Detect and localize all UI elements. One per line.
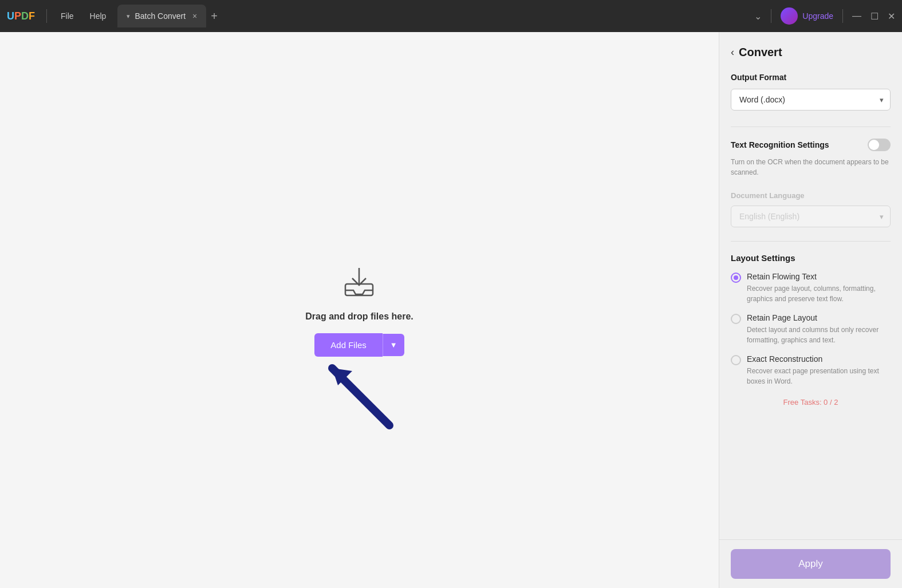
ocr-title: Text Recognition Settings <box>731 140 829 149</box>
divider-3 <box>842 9 843 23</box>
toggle-knob <box>869 140 879 150</box>
tab-title: Batch Convert <box>135 11 186 21</box>
divider-1 <box>46 9 47 23</box>
right-panel: ‹ Convert Output Format Word (.docx) Exc… <box>719 32 902 588</box>
radio-option-retain-flowing[interactable]: Retain Flowing Text Recover page layout,… <box>731 272 891 304</box>
drag-drop-text: Drag and drop files here. <box>305 311 413 322</box>
free-tasks-label: Free Tasks: 0 / 2 <box>731 398 891 407</box>
main-area: Drag and drop files here. Add Files ▼ ‹ … <box>0 32 902 588</box>
minimize-button[interactable]: — <box>852 11 861 21</box>
logo-text: UPDF <box>7 10 35 22</box>
section-divider-2 <box>731 241 891 242</box>
convert-title: Convert <box>739 46 782 59</box>
format-select[interactable]: Word (.docx) Excel (.xlsx) PowerPoint (.… <box>731 89 891 111</box>
inbox-icon <box>341 263 377 300</box>
tab-dropdown-icon: ▾ <box>127 13 130 20</box>
retain-page-label: Retain Page Layout <box>747 313 891 322</box>
convert-header: ‹ Convert <box>731 46 891 59</box>
upgrade-button[interactable]: Upgrade <box>781 7 833 25</box>
upgrade-label: Upgrade <box>802 11 833 21</box>
drop-zone: Drag and drop files here. Add Files ▼ <box>305 263 413 357</box>
radio-retain-page[interactable] <box>731 314 741 324</box>
menu-help[interactable]: Help <box>83 9 113 23</box>
retain-flowing-label: Retain Flowing Text <box>747 272 891 281</box>
radio-exact-reconstruction[interactable] <box>731 355 741 365</box>
titlebar: UPDF File Help ▾ Batch Convert × + ⌄ Upg… <box>0 0 902 32</box>
radio-inner-dot <box>734 275 738 280</box>
left-panel: Drag and drop files here. Add Files ▼ <box>0 32 719 588</box>
window-controls: — ☐ ✕ <box>852 11 895 22</box>
output-format-section: Output Format Word (.docx) Excel (.xlsx)… <box>731 73 891 111</box>
retain-flowing-desc: Recover page layout, columns, formatting… <box>747 283 891 304</box>
divider-2 <box>771 9 771 23</box>
ocr-description: Turn on the OCR when the document appear… <box>731 157 891 177</box>
exact-reconstruction-label: Exact Reconstruction <box>747 354 891 364</box>
titlebar-right: ⌄ Upgrade — ☐ ✕ <box>754 7 895 25</box>
close-button[interactable]: ✕ <box>888 11 895 22</box>
lang-select-wrapper: English (English) Chinese (Simplified) F… <box>731 206 891 227</box>
radio-option-retain-page[interactable]: Retain Page Layout Detect layout and col… <box>731 313 891 345</box>
batch-convert-tab[interactable]: ▾ Batch Convert × <box>117 5 206 27</box>
radio-option-exact-reconstruction[interactable]: Exact Reconstruction Recover exact page … <box>731 354 891 386</box>
app-logo: UPDF <box>7 10 35 22</box>
radio-retain-flowing[interactable] <box>731 273 741 283</box>
tab-bar: ▾ Batch Convert × + <box>117 5 750 27</box>
back-arrow-icon[interactable]: ‹ <box>731 46 734 58</box>
exact-reconstruction-desc: Recover exact page presentation using te… <box>747 366 891 386</box>
maximize-button[interactable]: ☐ <box>871 11 879 22</box>
menu-bar: File Help <box>54 9 113 23</box>
ocr-section: Text Recognition Settings Turn on the OC… <box>731 139 891 177</box>
lang-select[interactable]: English (English) Chinese (Simplified) F… <box>731 206 891 227</box>
format-select-wrapper: Word (.docx) Excel (.xlsx) PowerPoint (.… <box>731 89 891 111</box>
output-format-label: Output Format <box>731 73 891 82</box>
user-avatar <box>781 7 798 25</box>
ocr-header: Text Recognition Settings <box>731 139 891 151</box>
doc-lang-label: Document Language <box>731 191 891 200</box>
doc-lang-section: Document Language English (English) Chin… <box>731 191 891 227</box>
layout-settings-title: Layout Settings <box>731 253 891 263</box>
retain-page-desc: Detect layout and columns but only recov… <box>747 325 891 345</box>
tab-close-button[interactable]: × <box>192 11 197 21</box>
layout-settings-section: Layout Settings Retain Flowing Text Reco… <box>731 253 891 386</box>
apply-button[interactable]: Apply <box>731 549 891 579</box>
new-tab-button[interactable]: + <box>206 10 222 23</box>
arrow-graphic <box>321 351 395 433</box>
apply-section: Apply <box>719 539 902 588</box>
menu-file[interactable]: File <box>54 9 81 23</box>
section-divider-1 <box>731 127 891 127</box>
tab-overflow-button[interactable]: ⌄ <box>754 11 762 22</box>
right-panel-content: ‹ Convert Output Format Word (.docx) Exc… <box>719 32 902 539</box>
ocr-toggle[interactable] <box>868 139 891 151</box>
